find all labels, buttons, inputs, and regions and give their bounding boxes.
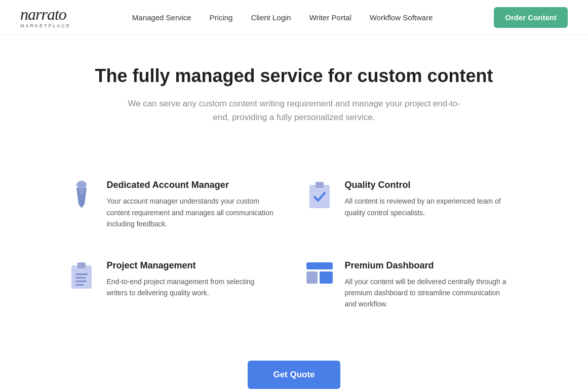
clipboard-list-icon <box>66 260 97 291</box>
hero-title: The fully managed service for custom con… <box>20 65 568 87</box>
svg-point-0 <box>76 181 87 189</box>
features-grid: Dedicated Account Manager Your account m… <box>16 144 573 345</box>
feature-project-management-desc: End-to-end project management from selec… <box>107 276 274 299</box>
nav: Managed Service Pricing Client Login Wri… <box>132 13 433 22</box>
cta-section: Get Quote <box>0 345 588 392</box>
feature-quality-control-text: Quality Control All content is reviewed … <box>345 180 512 218</box>
feature-premium-dashboard: Premium Dashboard All your content will … <box>294 245 532 325</box>
feature-quality-control-desc: All content is reviewed by an experience… <box>345 195 512 218</box>
feature-account-manager-text: Dedicated Account Manager Your account m… <box>107 180 274 229</box>
logo-sub: MARKETPLACE <box>20 23 71 28</box>
nav-managed-service[interactable]: Managed Service <box>132 13 191 22</box>
feature-account-manager: Dedicated Account Manager Your account m… <box>56 165 294 245</box>
svg-rect-6 <box>77 262 86 268</box>
logo: narrato MARKETPLACE <box>20 6 71 28</box>
logo-text: narrato <box>20 6 66 22</box>
svg-rect-12 <box>306 271 318 284</box>
feature-quality-control: Quality Control All content is reviewed … <box>294 165 532 245</box>
hero-subtitle: We can serve any custom content writing … <box>122 97 466 124</box>
clipboard-check-icon <box>304 180 335 210</box>
nav-client-login[interactable]: Client Login <box>251 13 291 22</box>
feature-project-management-title: Project Management <box>107 260 274 271</box>
feature-premium-dashboard-title: Premium Dashboard <box>345 260 512 271</box>
svg-rect-11 <box>306 262 333 269</box>
svg-rect-8 <box>75 277 86 279</box>
feature-project-management-text: Project Management End-to-end project ma… <box>107 260 274 299</box>
header: narrato MARKETPLACE Managed Service Pric… <box>0 0 588 35</box>
feature-premium-dashboard-text: Premium Dashboard All your content will … <box>345 260 512 310</box>
nav-workflow-software[interactable]: Workflow Software <box>370 13 433 22</box>
feature-premium-dashboard-desc: All your content will be delivered centr… <box>345 276 512 310</box>
feature-project-management: Project Management End-to-end project ma… <box>56 245 294 325</box>
tie-icon <box>66 180 97 212</box>
svg-rect-4 <box>316 182 324 188</box>
hero-section: The fully managed service for custom con… <box>0 35 588 144</box>
feature-quality-control-title: Quality Control <box>345 180 512 190</box>
feature-account-manager-title: Dedicated Account Manager <box>107 180 274 190</box>
svg-rect-9 <box>75 281 87 282</box>
svg-rect-3 <box>309 185 330 208</box>
nav-writer-portal[interactable]: Writer Portal <box>309 13 351 22</box>
dashboard-icon <box>304 260 335 286</box>
svg-rect-7 <box>75 273 88 275</box>
order-content-button[interactable]: Order Content <box>494 7 568 28</box>
svg-rect-13 <box>320 271 333 284</box>
svg-rect-10 <box>75 284 84 286</box>
nav-pricing[interactable]: Pricing <box>210 13 233 22</box>
feature-account-manager-desc: Your account manager understands your cu… <box>107 195 274 229</box>
get-quote-button[interactable]: Get Quote <box>248 361 340 389</box>
